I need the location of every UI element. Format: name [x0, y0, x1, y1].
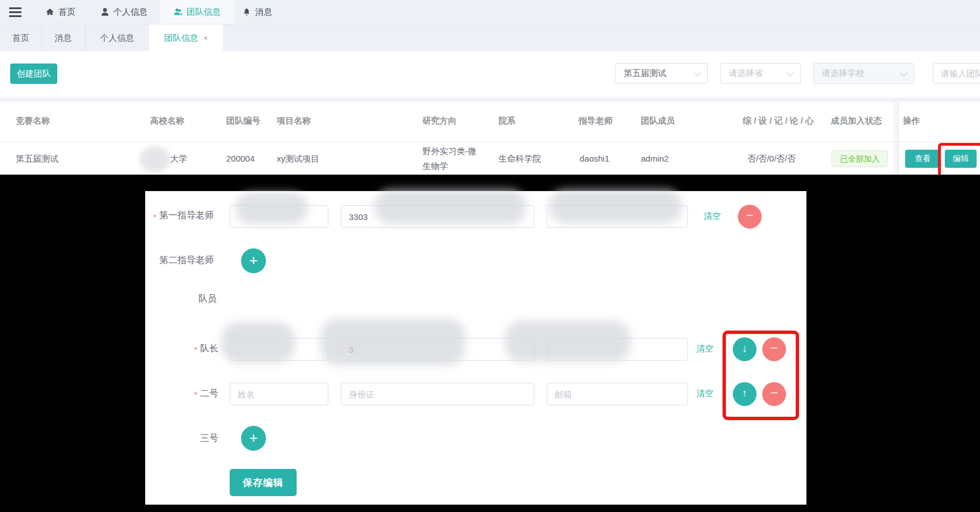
- chevron-down-icon: [900, 69, 907, 77]
- col-join-status: 成员加入状态: [831, 116, 882, 126]
- tab-team-label: 团队信息: [164, 33, 198, 44]
- col-advisor: 指导老师: [578, 116, 612, 126]
- plus-icon: +: [249, 429, 257, 446]
- top-navbar: 首页 个人信息 团队信息 消息: [0, 0, 980, 24]
- remove-advisor1-button[interactable]: −: [738, 205, 762, 229]
- fixed-column-divider: [898, 102, 899, 175]
- minus-icon: −: [771, 341, 778, 355]
- add-advisor2-button[interactable]: +: [241, 248, 266, 273]
- col-department: 院系: [499, 116, 516, 126]
- minus-icon: −: [771, 386, 778, 400]
- member2-label: 二号: [200, 388, 218, 400]
- nav-item-home[interactable]: 首页: [45, 0, 75, 24]
- cell-team-no: 200004: [226, 154, 255, 163]
- add-member3-button[interactable]: +: [241, 426, 266, 451]
- cell-advisor: daoshi1: [580, 154, 610, 163]
- tab-profile[interactable]: 个人信息: [85, 24, 150, 52]
- competition-select-value: 第五届测试: [624, 68, 666, 79]
- blur-mask: [235, 193, 308, 224]
- plus-icon: +: [249, 252, 257, 269]
- col-flags: 综 / 设 / 记 / 论 / 心: [743, 116, 814, 126]
- save-edit-button[interactable]: 保存编辑: [230, 469, 297, 496]
- nav-profile-label: 个人信息: [113, 7, 147, 18]
- arrow-up-icon: ↑: [742, 387, 747, 399]
- blur-mask: [374, 189, 526, 225]
- remove-captain-button[interactable]: −: [762, 337, 786, 361]
- tab-home[interactable]: 首页: [0, 24, 42, 52]
- clear-advisor1-link[interactable]: 清空: [704, 211, 721, 222]
- menu-icon[interactable]: [9, 0, 22, 24]
- cell-direction-line1: 野外实习类-微: [423, 146, 476, 157]
- blur-mask: [221, 322, 295, 363]
- minus-icon: −: [746, 208, 754, 222]
- chevron-down-icon: [787, 69, 794, 77]
- nav-messages-label: 消息: [255, 7, 272, 18]
- arrow-down-icon: ↓: [742, 342, 747, 354]
- view-button[interactable]: 查看: [905, 150, 940, 168]
- blur-mask: [549, 189, 682, 223]
- cell-members: admin2: [641, 154, 669, 163]
- member2-email-input[interactable]: [547, 383, 688, 405]
- col-actions: 操作: [903, 116, 920, 126]
- edit-button[interactable]: 编辑: [945, 150, 977, 168]
- tab-profile-label: 个人信息: [100, 33, 134, 44]
- clear-captain-link[interactable]: 清空: [696, 344, 713, 354]
- province-select-placeholder: 请选择省: [729, 68, 763, 79]
- user-icon: [100, 7, 109, 16]
- required-mark: *: [194, 345, 197, 354]
- section-divider: [0, 98, 980, 102]
- team-icon: [174, 7, 183, 16]
- col-competition: 竞赛名称: [16, 116, 50, 126]
- clear-member2-link[interactable]: 清空: [696, 388, 713, 399]
- member3-label: 三号: [200, 433, 218, 445]
- nav-team-label: 团队信息: [187, 7, 221, 18]
- status-badge: 已全部加入: [831, 150, 888, 167]
- col-members: 团队成员: [641, 116, 675, 126]
- fixed-column-shadow: [890, 102, 898, 175]
- member2-id-input[interactable]: [341, 383, 534, 405]
- tab-team[interactable]: 团队信息 ×: [149, 24, 223, 52]
- member2-name-input[interactable]: [230, 383, 328, 405]
- cell-university: 大学: [170, 154, 187, 164]
- school-select[interactable]: 请选择学校: [813, 63, 914, 84]
- move-member2-up-button[interactable]: ↑: [733, 382, 757, 406]
- col-project: 项目名称: [277, 116, 311, 126]
- second-advisor-label: 第二指导老师: [159, 255, 214, 266]
- nav-item-team[interactable]: 团队信息: [160, 0, 234, 24]
- members-section-label: 队员: [198, 293, 217, 305]
- close-icon[interactable]: ×: [203, 33, 208, 43]
- nav-item-profile[interactable]: 个人信息: [100, 0, 147, 24]
- table-header-divider: [0, 142, 980, 142]
- tab-bar: 首页 消息 个人信息 团队信息 ×: [0, 24, 980, 51]
- team-search-input[interactable]: [933, 63, 980, 84]
- edit-team-modal: * 第一指导老师 清空 − 第二指导老师 + 队员 * 队长 清空 ↓ − * …: [145, 191, 806, 505]
- cell-flags: 否/否/0/否/否: [747, 154, 796, 164]
- nav-home-label: 首页: [58, 7, 75, 18]
- create-team-button[interactable]: 创建团队: [10, 64, 57, 84]
- nav-item-messages[interactable]: 消息: [242, 0, 272, 24]
- province-select[interactable]: 请选择省: [720, 63, 801, 84]
- cell-competition: 第五届测试: [16, 154, 58, 164]
- chevron-down-icon: [694, 69, 701, 77]
- tab-home-label: 首页: [12, 33, 29, 44]
- col-university: 高校名称: [150, 116, 184, 126]
- col-team-no: 团队编号: [226, 116, 260, 126]
- captain-label: 队长: [200, 343, 218, 355]
- move-captain-down-button[interactable]: ↓: [733, 337, 757, 361]
- competition-select[interactable]: 第五届测试: [615, 63, 708, 84]
- cell-project: xy测试项目: [277, 154, 319, 164]
- required-mark: *: [194, 390, 197, 399]
- blur-mask: [140, 146, 170, 172]
- bell-icon: [242, 7, 251, 16]
- tab-messages[interactable]: 消息: [41, 24, 86, 52]
- col-direction: 研究方向: [423, 116, 457, 126]
- first-advisor-label: 第一指导老师: [159, 210, 214, 222]
- tab-messages-label: 消息: [55, 33, 72, 44]
- home-icon: [45, 7, 54, 16]
- blur-mask: [320, 319, 465, 365]
- cell-direction-line2: 生物学: [423, 161, 448, 172]
- blur-mask: [505, 321, 631, 362]
- required-mark: *: [153, 212, 157, 222]
- remove-member2-button[interactable]: −: [762, 382, 786, 406]
- school-select-placeholder: 请选择学校: [822, 68, 864, 79]
